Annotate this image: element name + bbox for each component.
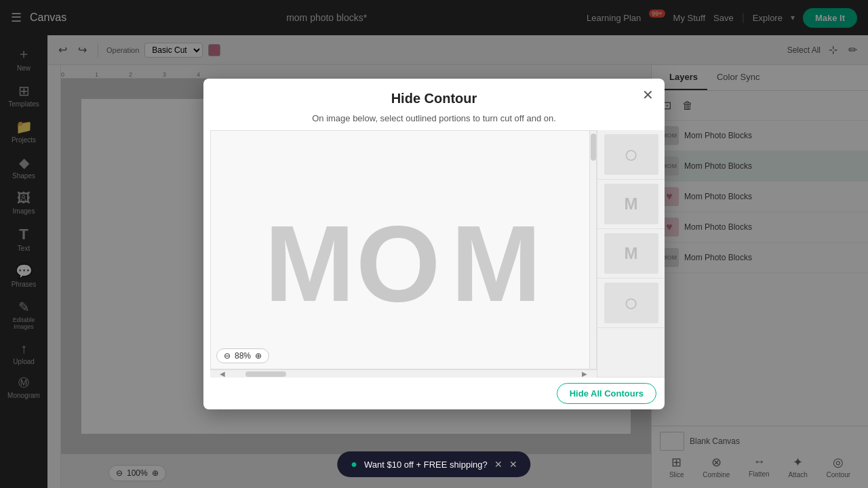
modal-zoom-plus-icon[interactable]: ⊕ <box>255 351 262 361</box>
modal-zoom-control: ⊖ 88% ⊕ <box>216 348 269 363</box>
modal-scrollbar-thumb-v[interactable] <box>591 134 596 161</box>
modal-canvas-wrapper: M O M ⊖ 88% ⊕ <box>203 130 597 378</box>
mom-svg: M O M <box>251 182 549 318</box>
svg-text:M: M <box>264 203 355 318</box>
thumbnail-item[interactable]: ○ <box>597 279 665 328</box>
hide-all-contours-button[interactable]: Hide All Contours <box>557 383 656 404</box>
svg-text:M: M <box>451 203 541 318</box>
scroll-left-icon[interactable]: ◀ <box>220 370 225 378</box>
thumbnail-box: ○ <box>604 134 658 175</box>
thumbnail-item[interactable]: M <box>597 229 665 279</box>
toast-icon: ● <box>351 458 357 470</box>
modal-scrollbar-horizontal[interactable]: ◀ ▶ <box>210 369 597 378</box>
thumbnail-box: M <box>604 233 658 274</box>
scroll-right-icon[interactable]: ▶ <box>582 370 587 378</box>
toast-close-button[interactable]: ✕ <box>494 459 502 470</box>
thumbnail-item[interactable]: ○ <box>597 130 665 180</box>
hide-contour-modal: Hide Contour ✕ On image below, select ou… <box>203 79 665 409</box>
modal-close-button[interactable]: ✕ <box>642 88 654 102</box>
thumbnail-box: ○ <box>604 283 658 323</box>
modal-zoom-minus-icon[interactable]: ⊖ <box>224 351 231 361</box>
modal-body: M O M ⊖ 88% ⊕ <box>203 130 665 378</box>
modal-thumbnails-panel: ○ M M ○ <box>597 130 665 378</box>
thumbnail-item[interactable] <box>597 328 665 378</box>
modal-footer: Hide All Contours <box>203 378 665 409</box>
modal-scrollbar-vertical[interactable] <box>589 131 596 369</box>
thumbnail-box <box>604 332 658 373</box>
modal-scrollbar-thumb-h[interactable] <box>245 371 286 377</box>
modal-canvas-area[interactable]: M O M <box>211 131 589 369</box>
svg-text:O: O <box>356 203 440 318</box>
modal-title: Hide Contour <box>391 91 477 106</box>
modal-header: Hide Contour ✕ <box>203 79 665 113</box>
modal-overlay[interactable]: Hide Contour ✕ On image below, select ou… <box>0 0 868 488</box>
modal-zoom-level: 88% <box>235 351 251 361</box>
modal-canvas-container: M O M ⊖ 88% ⊕ <box>210 130 597 369</box>
thumbnail-item[interactable]: M <box>597 180 665 229</box>
toast-dismiss-button[interactable]: ✕ <box>509 459 517 470</box>
modal-subtitle: On image below, select outlined portions… <box>203 113 665 130</box>
thumbnail-box: M <box>604 184 658 224</box>
toast-notification: ● Want $10 off + FREE shipping? ✕ ✕ <box>337 451 530 477</box>
toast-text: Want $10 off + FREE shipping? <box>364 460 488 470</box>
